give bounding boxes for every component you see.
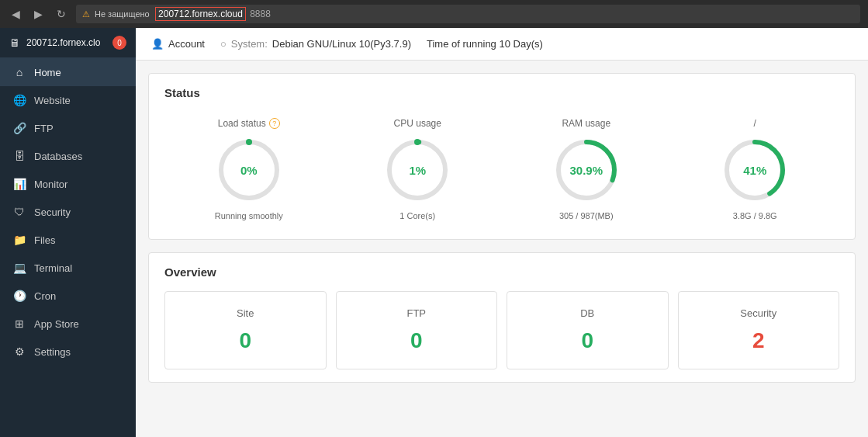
monitor-nav-icon: 📊 <box>12 178 26 190</box>
gauge-cpu-label: CPU usage <box>394 118 441 129</box>
svg-point-2 <box>246 139 252 145</box>
gauge-load-canvas: 0% <box>214 135 284 205</box>
sidebar-item-cron-label: Cron <box>34 290 56 302</box>
sidebar: 🖥 200712.fornex.clo 0 ⌂ Home 🌐 Website 🔗… <box>0 28 136 437</box>
address-port: 8888 <box>250 9 271 19</box>
overview-site-value: 0 <box>239 328 251 353</box>
overview-card-db: DB 0 <box>507 291 669 369</box>
gauge-cpu-canvas: 1% <box>382 135 452 205</box>
gauge-load-sublabel: Running smoothly <box>215 211 283 220</box>
gauge-disk-sublabel: 3.8G / 9.8G <box>733 211 777 220</box>
gauge-disk: / 41% 3.8G / 9.8G <box>671 112 840 227</box>
sidebar-item-appstore-label: App Store <box>34 318 79 330</box>
overview-card-ftp: FTP 0 <box>336 291 498 369</box>
gauge-ram: RAM usage 30.9% 305 / 987(MB) <box>502 112 671 227</box>
overview-ftp-value: 0 <box>410 328 423 353</box>
overview-db-label: DB <box>580 307 594 319</box>
overview-title: Overview <box>164 265 839 279</box>
topbar-account-label: Account <box>168 38 205 50</box>
sidebar-item-cron[interactable]: 🕐 Cron <box>0 282 136 310</box>
sidebar-notification-badge: 0 <box>112 36 126 50</box>
app-container: 🖥 200712.fornex.clo 0 ⌂ Home 🌐 Website 🔗… <box>0 28 868 437</box>
overview-card-security: Security 2 <box>678 291 840 369</box>
reload-button[interactable]: ↻ <box>53 6 70 22</box>
sidebar-header: 🖥 200712.fornex.clo 0 <box>0 28 136 58</box>
sidebar-item-settings[interactable]: ⚙ Settings <box>0 338 136 366</box>
status-section: Status Load status ? <box>148 73 856 240</box>
address-warning-text: Не защищено <box>95 9 150 19</box>
files-icon: 📁 <box>12 234 26 246</box>
overview-security-label: Security <box>740 307 776 319</box>
question-icon: ? <box>269 118 280 129</box>
sidebar-item-monitor-label: Monitor <box>34 179 67 190</box>
overview-security-value: 2 <box>752 328 765 353</box>
sidebar-item-databases[interactable]: 🗄 Databases <box>0 142 136 170</box>
gauge-cpu: CPU usage 1% 1 Core(s) <box>334 112 503 227</box>
sidebar-header-text: 200712.fornex.clo <box>26 37 106 48</box>
sidebar-item-security-label: Security <box>34 206 71 218</box>
overview-site-label: Site <box>237 307 254 319</box>
topbar-uptime: Time of running 10 Day(s) <box>427 38 543 50</box>
content-area: Status Load status ? <box>136 61 868 408</box>
cron-icon: 🕐 <box>12 290 26 302</box>
system-icon: ○ <box>220 38 227 50</box>
gauge-ram-sublabel: 305 / 987(MB) <box>559 211 614 220</box>
settings-icon: ⚙ <box>12 345 26 358</box>
address-url: Не защищено 200712.fornex.cloud 8888 <box>95 9 271 19</box>
home-icon: ⌂ <box>12 66 26 78</box>
gauge-load-value: 0% <box>240 164 258 177</box>
appstore-icon: ⊞ <box>12 317 26 330</box>
sidebar-item-home-label: Home <box>34 67 61 78</box>
topbar-account[interactable]: 👤 Account <box>151 38 205 50</box>
topbar-system-value: Debian GNU/Linux 10(Py3.7.9) <box>272 38 411 50</box>
sidebar-item-website[interactable]: 🌐 Website <box>0 86 136 114</box>
browser-bar: ◀ ▶ ↻ ⚠ Не защищено 200712.fornex.cloud … <box>0 0 868 28</box>
topbar-system: ○ System: Debian GNU/Linux 10(Py3.7.9) <box>220 38 411 50</box>
sidebar-item-files-label: Files <box>34 234 55 246</box>
monitor-icon: 🖥 <box>9 36 20 49</box>
ftp-icon: 🔗 <box>12 122 26 134</box>
address-bar[interactable]: ⚠ Не защищено 200712.fornex.cloud 8888 <box>76 5 860 23</box>
sidebar-item-terminal-label: Terminal <box>34 262 72 274</box>
status-title: Status <box>164 86 839 99</box>
forward-button[interactable]: ▶ <box>30 6 47 22</box>
topbar-uptime-label: Time of running 10 Day(s) <box>427 38 543 50</box>
gauge-ram-label: RAM usage <box>562 118 610 129</box>
gauge-disk-value: 41% <box>743 164 766 177</box>
sidebar-item-appstore[interactable]: ⊞ App Store <box>0 310 136 338</box>
sidebar-item-files[interactable]: 📁 Files <box>0 226 136 254</box>
gauge-load-label: Load status ? <box>218 118 280 129</box>
sidebar-item-security[interactable]: 🛡 Security <box>0 198 136 226</box>
overview-section: Overview Site 0 FTP 0 DB 0 <box>148 252 856 383</box>
topbar: 👤 Account ○ System: Debian GNU/Linux 10(… <box>136 28 868 61</box>
security-warning-icon: ⚠ <box>82 9 90 19</box>
databases-icon: 🗄 <box>12 150 26 162</box>
sidebar-item-ftp-label: FTP <box>34 123 54 134</box>
sidebar-item-home[interactable]: ⌂ Home <box>0 58 136 86</box>
sidebar-item-ftp[interactable]: 🔗 FTP <box>0 114 136 142</box>
gauge-cpu-sublabel: 1 Core(s) <box>399 211 435 220</box>
website-icon: 🌐 <box>12 94 26 106</box>
main-content: 👤 Account ○ System: Debian GNU/Linux 10(… <box>136 28 868 437</box>
overview-card-site: Site 0 <box>164 291 327 369</box>
terminal-icon: 💻 <box>12 262 26 274</box>
sidebar-item-website-label: Website <box>34 95 71 106</box>
address-highlighted: 200712.fornex.cloud <box>155 7 246 21</box>
topbar-system-label: System: <box>231 38 268 50</box>
sidebar-item-monitor[interactable]: 📊 Monitor <box>0 170 136 198</box>
gauge-row: Load status ? 0% Running smoothly <box>164 112 839 227</box>
overview-db-value: 0 <box>581 328 593 353</box>
gauge-disk-label: / <box>754 118 756 129</box>
gauge-disk-canvas: 41% <box>720 135 790 205</box>
overview-grid: Site 0 FTP 0 DB 0 Security 2 <box>164 291 839 369</box>
sidebar-item-databases-label: Databases <box>34 151 82 162</box>
back-button[interactable]: ◀ <box>8 6 24 22</box>
gauge-cpu-value: 1% <box>409 164 426 177</box>
sidebar-item-settings-label: Settings <box>34 346 71 358</box>
gauge-load-status: Load status ? 0% Running smoothly <box>164 112 334 227</box>
svg-point-5 <box>414 139 420 145</box>
sidebar-item-terminal[interactable]: 💻 Terminal <box>0 254 136 282</box>
gauge-ram-canvas: 30.9% <box>552 135 621 205</box>
overview-ftp-label: FTP <box>406 307 426 319</box>
user-icon: 👤 <box>151 38 164 50</box>
